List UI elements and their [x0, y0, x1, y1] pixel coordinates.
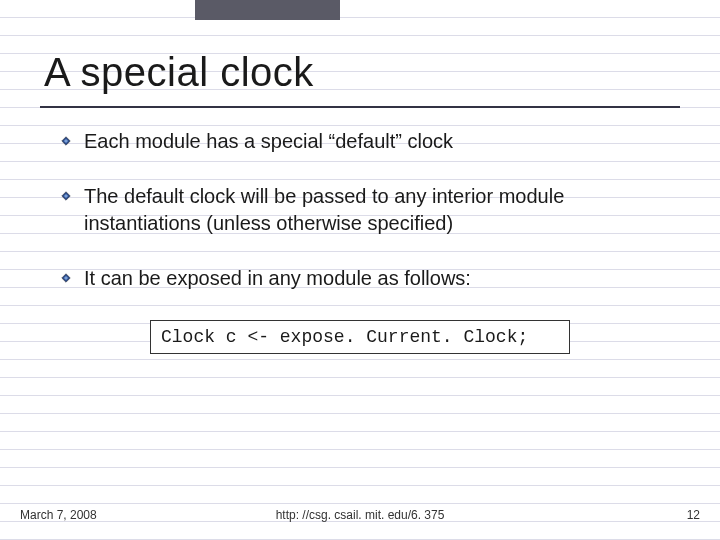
bullet-item: The default clock will be passed to any … [60, 183, 670, 237]
footer-url: http: //csg. csail. mit. edu/6. 375 [276, 508, 445, 522]
title-divider [40, 106, 680, 108]
bullet-item: It can be exposed in any module as follo… [60, 265, 670, 292]
bullet-text: It can be exposed in any module as follo… [84, 265, 670, 292]
diamond-bullet-icon [60, 272, 72, 284]
diamond-bullet-icon [60, 190, 72, 202]
bullet-text: Each module has a special “default” cloc… [84, 128, 670, 155]
slide-content: Each module has a special “default” cloc… [60, 128, 670, 354]
slide-title: A special clock [44, 50, 314, 95]
diamond-bullet-icon [60, 135, 72, 147]
footer-date: March 7, 2008 [20, 508, 97, 522]
code-snippet: Clock c <- expose. Current. Clock; [150, 320, 570, 354]
bullet-item: Each module has a special “default” cloc… [60, 128, 670, 155]
bullet-text: The default clock will be passed to any … [84, 183, 670, 237]
footer-page-number: 12 [687, 508, 700, 522]
header-tab [195, 0, 340, 20]
